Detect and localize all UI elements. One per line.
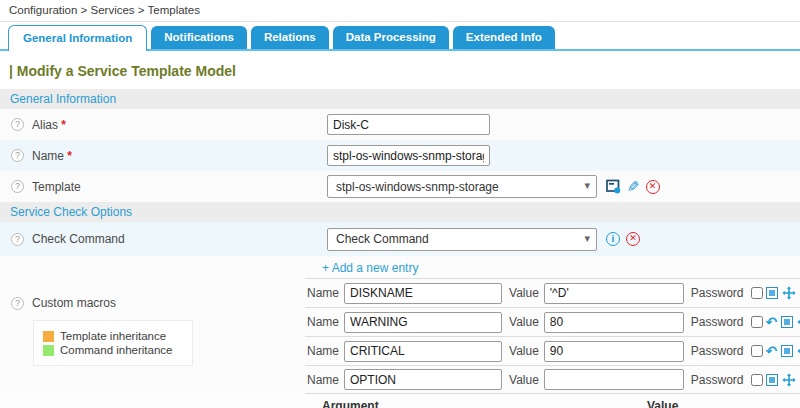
chevron-down-icon: ▾ [584,179,590,192]
info-icon[interactable]: i [606,232,620,246]
template-label: Template [32,180,81,194]
password-checkbox[interactable] [751,316,763,328]
name-input[interactable] [327,145,490,166]
move-icon[interactable] [782,286,796,300]
template-row: ? Template stpl-os-windows-snmp-storage … [0,171,800,202]
password-checkbox[interactable] [751,374,763,386]
macro-row-diskname: Name Value Password ✕ [305,278,800,307]
args-column-argument: Argument [322,399,647,408]
args-table: Argument Value No argument found for thi… [322,397,792,408]
macro-value-input[interactable] [544,369,684,390]
legend-command-inheritance: Command inheritance [43,344,183,356]
service-template-form-page: Configuration > Services > Templates Gen… [0,0,800,408]
check-command-label: Check Command [32,232,125,246]
macro-row-option: Name Value Password ✕ [305,365,800,394]
edit-icon[interactable]: ✎ [627,180,640,194]
macro-name-input[interactable] [344,341,502,362]
help-icon[interactable]: ? [11,118,24,131]
tab-bar: General Information Notifications Relati… [0,25,800,51]
alias-row: ? Alias * [0,109,800,140]
undo-inheritance-icon[interactable]: ↶ [766,345,778,358]
tab-extended-info[interactable]: Extended Info [453,26,555,49]
custom-macros-label: Custom macros [32,296,116,310]
delete-icon[interactable]: ✕ [626,232,640,246]
page-title: | Modify a Service Template Model [9,63,800,79]
password-checkbox[interactable] [751,287,763,299]
help-icon[interactable]: ? [11,297,24,310]
args-row: ? Args Argument Value No argument found … [0,394,800,408]
template-inheritance-swatch [43,331,54,342]
macro-inheritance-legend: Template inheritance Command inheritance [33,320,193,366]
show-macro-icon[interactable] [781,316,793,328]
show-macro-icon[interactable] [766,374,778,386]
macro-name-input[interactable] [344,369,502,390]
template-select[interactable]: stpl-os-windows-snmp-storage ▾ [327,175,597,198]
add-new-entry-link[interactable]: + Add a new entry [322,261,418,275]
macro-value-input[interactable] [544,283,684,304]
legend-template-inheritance: Template inheritance [43,330,183,342]
macro-value-input[interactable] [544,312,684,333]
macro-row-warning: Name Value Password ↶ ✕ [305,307,800,336]
undo-inheritance-icon[interactable]: ↶ [766,316,778,329]
name-label: Name * [32,149,72,163]
chevron-down-icon: ▾ [584,232,590,245]
view-template-icon[interactable] [606,179,621,194]
section-general-information: General Information [0,89,800,109]
breadcrumb[interactable]: Configuration > Services > Templates [0,0,800,22]
tab-data-processing[interactable]: Data Processing [333,26,449,49]
args-column-value: Value [647,399,678,408]
macro-row-critical: Name Value Password ↶ ✕ [305,336,800,365]
macro-name-input[interactable] [344,312,502,333]
check-command-select[interactable]: Check Command ▾ [327,228,597,251]
show-macro-icon[interactable] [766,287,778,299]
macro-table: Name Value Password ✕ Name Value [305,278,800,394]
alias-input[interactable] [327,114,490,135]
help-icon[interactable]: ? [11,149,24,162]
tab-general-information[interactable]: General Information [8,25,147,51]
move-icon[interactable] [782,373,796,387]
delete-icon[interactable]: ✕ [646,180,660,194]
password-checkbox[interactable] [751,345,763,357]
alias-label: Alias * [32,118,66,132]
custom-macros-row: ? Custom macros Template inheritance Com… [0,256,800,394]
help-icon[interactable]: ? [11,233,24,246]
tab-relations[interactable]: Relations [251,26,329,49]
check-command-row: ? Check Command Check Command ▾ i ✕ [0,222,800,256]
name-row: ? Name * [0,140,800,171]
command-inheritance-swatch [43,345,54,356]
macro-name-input[interactable] [344,283,502,304]
macro-value-input[interactable] [544,341,684,362]
help-icon[interactable]: ? [11,180,24,193]
section-service-check-options: Service Check Options [0,202,800,222]
tab-notifications[interactable]: Notifications [151,26,247,49]
show-macro-icon[interactable] [781,345,793,357]
